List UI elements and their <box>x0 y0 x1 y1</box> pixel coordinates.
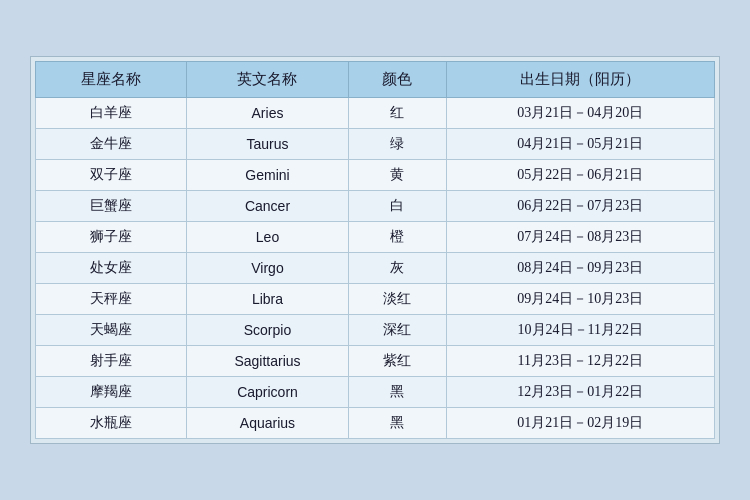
table-row: 处女座Virgo灰08月24日－09月23日 <box>36 253 715 284</box>
cell-color: 紫红 <box>348 346 446 377</box>
cell-date: 10月24日－11月22日 <box>446 315 714 346</box>
cell-zh-name: 摩羯座 <box>36 377 187 408</box>
cell-date: 03月21日－04月20日 <box>446 98 714 129</box>
cell-color: 深红 <box>348 315 446 346</box>
header-en-name: 英文名称 <box>187 62 349 98</box>
cell-date: 11月23日－12月22日 <box>446 346 714 377</box>
cell-date: 12月23日－01月22日 <box>446 377 714 408</box>
cell-color: 红 <box>348 98 446 129</box>
cell-zh-name: 金牛座 <box>36 129 187 160</box>
table-row: 金牛座Taurus绿04月21日－05月21日 <box>36 129 715 160</box>
header-date: 出生日期（阳历） <box>446 62 714 98</box>
cell-en-name: Scorpio <box>187 315 349 346</box>
cell-en-name: Aquarius <box>187 408 349 439</box>
cell-zh-name: 水瓶座 <box>36 408 187 439</box>
cell-date: 04月21日－05月21日 <box>446 129 714 160</box>
cell-en-name: Cancer <box>187 191 349 222</box>
cell-en-name: Leo <box>187 222 349 253</box>
cell-zh-name: 处女座 <box>36 253 187 284</box>
table-row: 水瓶座Aquarius黑01月21日－02月19日 <box>36 408 715 439</box>
cell-zh-name: 狮子座 <box>36 222 187 253</box>
cell-date: 05月22日－06月21日 <box>446 160 714 191</box>
cell-color: 淡红 <box>348 284 446 315</box>
table-row: 狮子座Leo橙07月24日－08月23日 <box>36 222 715 253</box>
zodiac-table-container: 星座名称 英文名称 颜色 出生日期（阳历） 白羊座Aries红03月21日－04… <box>30 56 720 444</box>
header-color: 颜色 <box>348 62 446 98</box>
cell-en-name: Taurus <box>187 129 349 160</box>
cell-zh-name: 天秤座 <box>36 284 187 315</box>
cell-date: 06月22日－07月23日 <box>446 191 714 222</box>
cell-en-name: Libra <box>187 284 349 315</box>
cell-en-name: Virgo <box>187 253 349 284</box>
header-zh-name: 星座名称 <box>36 62 187 98</box>
cell-zh-name: 巨蟹座 <box>36 191 187 222</box>
cell-zh-name: 射手座 <box>36 346 187 377</box>
cell-en-name: Gemini <box>187 160 349 191</box>
table-row: 白羊座Aries红03月21日－04月20日 <box>36 98 715 129</box>
cell-date: 08月24日－09月23日 <box>446 253 714 284</box>
cell-zh-name: 双子座 <box>36 160 187 191</box>
cell-date: 07月24日－08月23日 <box>446 222 714 253</box>
table-row: 巨蟹座Cancer白06月22日－07月23日 <box>36 191 715 222</box>
table-row: 双子座Gemini黄05月22日－06月21日 <box>36 160 715 191</box>
cell-zh-name: 白羊座 <box>36 98 187 129</box>
cell-en-name: Capricorn <box>187 377 349 408</box>
cell-color: 黄 <box>348 160 446 191</box>
zodiac-table: 星座名称 英文名称 颜色 出生日期（阳历） 白羊座Aries红03月21日－04… <box>35 61 715 439</box>
cell-color: 白 <box>348 191 446 222</box>
cell-color: 黑 <box>348 408 446 439</box>
cell-color: 黑 <box>348 377 446 408</box>
cell-color: 绿 <box>348 129 446 160</box>
cell-date: 09月24日－10月23日 <box>446 284 714 315</box>
cell-zh-name: 天蝎座 <box>36 315 187 346</box>
table-header-row: 星座名称 英文名称 颜色 出生日期（阳历） <box>36 62 715 98</box>
cell-date: 01月21日－02月19日 <box>446 408 714 439</box>
cell-en-name: Sagittarius <box>187 346 349 377</box>
table-row: 射手座Sagittarius紫红11月23日－12月22日 <box>36 346 715 377</box>
cell-color: 橙 <box>348 222 446 253</box>
table-row: 天秤座Libra淡红09月24日－10月23日 <box>36 284 715 315</box>
cell-en-name: Aries <box>187 98 349 129</box>
table-row: 摩羯座Capricorn黑12月23日－01月22日 <box>36 377 715 408</box>
table-row: 天蝎座Scorpio深红10月24日－11月22日 <box>36 315 715 346</box>
cell-color: 灰 <box>348 253 446 284</box>
